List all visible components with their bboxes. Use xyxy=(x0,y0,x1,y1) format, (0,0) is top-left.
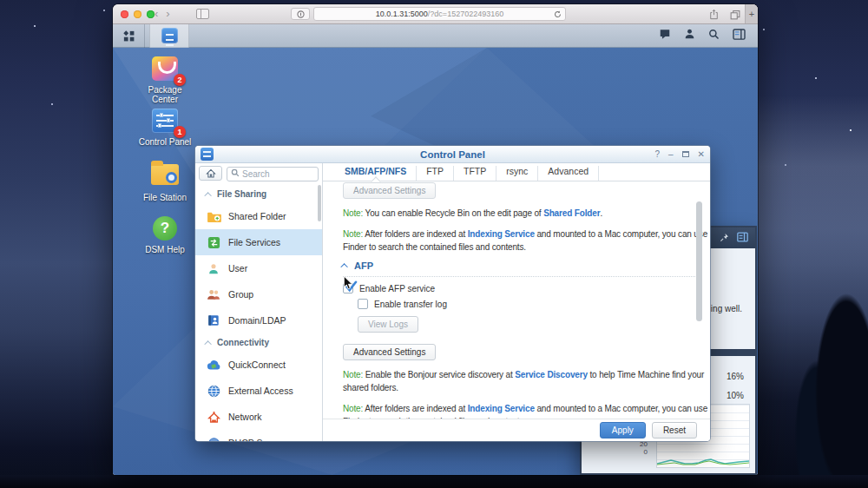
shared-folder-link[interactable]: Shared Folder xyxy=(543,208,600,218)
domain-ldap-icon xyxy=(206,313,221,327)
desktop-icon-package-center[interactable]: 2 Package Center xyxy=(128,56,201,104)
package-center-badge: 2 xyxy=(174,74,186,86)
transfer-log-checkbox[interactable] xyxy=(358,299,368,309)
reload-icon[interactable] xyxy=(554,10,562,21)
window-title: Control Panel xyxy=(195,149,710,160)
dsm-taskbar xyxy=(113,24,758,48)
desktop-icon-dsm-help[interactable]: ? DSM Help xyxy=(128,215,201,254)
tab-tftp[interactable]: TFTP xyxy=(454,166,496,181)
desktop-icon-label: Control Panel xyxy=(133,137,197,147)
notifications-icon[interactable] xyxy=(659,28,671,43)
apply-button[interactable]: Apply xyxy=(600,422,646,439)
sidebar-item-quickconnect[interactable]: QuickConnect xyxy=(195,352,322,378)
site-settings-button[interactable] xyxy=(291,8,310,20)
sidebar-scrollbar[interactable] xyxy=(318,185,321,221)
sidebar-item-dhcp-server[interactable]: DHCP Server xyxy=(195,430,322,441)
browser-forward-button[interactable]: › xyxy=(166,7,169,21)
sidebar-item-user[interactable]: User xyxy=(195,255,322,281)
content-scrollbar[interactable] xyxy=(696,201,702,321)
help-button[interactable]: ? xyxy=(654,149,660,159)
sidebar-item-external-access[interactable]: External Access xyxy=(195,378,322,404)
sidebar-item-group[interactable]: Group xyxy=(195,281,322,307)
group-icon xyxy=(206,287,221,301)
network-icon xyxy=(206,410,221,424)
zoom-window-button[interactable] xyxy=(147,10,155,18)
control-panel-window: Control Panel ? – ✕ xyxy=(195,146,710,441)
control-panel-icon xyxy=(161,28,178,43)
widgets-panel-icon[interactable] xyxy=(733,28,746,43)
sidebar-item-domain-ldap[interactable]: Domain/LDAP xyxy=(195,307,322,333)
reset-button[interactable]: Reset xyxy=(652,422,697,439)
main-menu-icon xyxy=(122,30,135,43)
desktop-icon-label: Package Center xyxy=(139,85,191,104)
file-services-icon xyxy=(206,235,221,249)
minimize-window-button[interactable] xyxy=(134,10,141,18)
close-button[interactable]: ✕ xyxy=(698,149,705,159)
control-panel-content: SMB/AFP/NFS FTP TFTP rsync Advanced Adva… xyxy=(323,163,710,441)
control-panel-sidebar: File Sharing Shared Folder xyxy=(195,163,323,441)
search-icon[interactable] xyxy=(708,28,720,43)
minimize-button[interactable]: – xyxy=(668,149,674,159)
wallpaper-ground xyxy=(0,475,868,488)
tab-advanced[interactable]: Advanced xyxy=(538,166,599,181)
search-input[interactable] xyxy=(227,167,319,181)
section-connectivity[interactable]: Connectivity xyxy=(195,333,322,352)
tab-ftp[interactable]: FTP xyxy=(417,166,454,181)
settings-scroll-area: Advanced Settings Note: You can enable R… xyxy=(323,181,710,419)
browser-back-button[interactable]: ‹ xyxy=(155,7,158,21)
chevron-up-icon xyxy=(204,192,211,199)
dhcp-server-icon xyxy=(206,436,221,441)
maximize-button[interactable] xyxy=(682,151,689,157)
home-icon xyxy=(206,168,216,178)
close-window-button[interactable] xyxy=(121,10,128,18)
help-icon: ? xyxy=(153,216,177,241)
collapse-panel-icon[interactable] xyxy=(737,230,748,246)
sidebar-item-file-services[interactable]: File Services xyxy=(195,229,322,255)
enable-afp-service-row: Enable AFP service xyxy=(343,283,710,293)
sidebar-toggle-icon[interactable] xyxy=(196,9,209,19)
service-discovery-link[interactable]: Service Discovery xyxy=(515,370,588,379)
desktop-icon-file-station[interactable]: File Station xyxy=(128,162,201,202)
file-station-icon xyxy=(151,164,179,185)
home-button[interactable] xyxy=(199,166,222,181)
enable-transfer-log-row: Enable transfer log xyxy=(358,299,710,309)
indexing-service-link[interactable]: Indexing Service xyxy=(468,229,535,239)
note-recycle-bin: Note: You can enable Recycle Bin on the … xyxy=(343,207,708,220)
taskbar-control-panel-button[interactable] xyxy=(149,24,189,48)
address-bar[interactable]: 10.0.1.31:5000/?dc=1527022493160 xyxy=(313,7,566,21)
footer-bar: Apply Reset xyxy=(323,419,710,441)
sidebar-item-network[interactable]: Network xyxy=(195,404,322,430)
tab-rsync[interactable]: rsync xyxy=(496,166,538,181)
indexing-service-link[interactable]: Indexing Service xyxy=(468,404,535,413)
browser-window: ‹ › 10.0.1.31:5000/?dc=1527022493160 xyxy=(113,4,758,475)
dsm-desktop: 2 Package Center 1 Control Panel File St… xyxy=(113,48,758,475)
macos-desktop: ‹ › 10.0.1.31:5000/?dc=1527022493160 xyxy=(0,0,868,488)
sidebar-search xyxy=(227,165,319,181)
pin-icon[interactable] xyxy=(720,230,729,246)
tab-overview-icon[interactable] xyxy=(730,8,740,23)
main-menu-button[interactable] xyxy=(113,24,145,48)
control-panel-titlebar[interactable]: Control Panel ? – ✕ xyxy=(195,146,710,163)
site-info-icon xyxy=(297,10,305,18)
desktop-icon-label: DSM Help xyxy=(133,245,197,254)
note-indexing: Note: After folders are indexed at Index… xyxy=(343,228,708,254)
ram-usage-value: 10% xyxy=(727,391,744,400)
sidebar-item-shared-folder[interactable]: Shared Folder xyxy=(195,203,322,229)
section-file-sharing[interactable]: File Sharing xyxy=(195,185,322,203)
advanced-settings-button[interactable]: Advanced Settings xyxy=(343,344,436,360)
desktop-icon-control-panel[interactable]: 1 Control Panel xyxy=(128,109,201,147)
url-path: /?dc=1527022493160 xyxy=(428,10,503,18)
tab-smb-afp-nfs[interactable]: SMB/AFP/NFS xyxy=(334,166,417,181)
view-logs-button[interactable]: View Logs xyxy=(358,316,418,333)
quickconnect-icon xyxy=(206,358,221,372)
advanced-settings-button-clipped[interactable]: Advanced Settings xyxy=(343,182,436,199)
share-icon[interactable] xyxy=(709,8,719,23)
user-account-icon[interactable] xyxy=(684,28,695,43)
external-access-icon xyxy=(206,384,221,398)
new-tab-button[interactable]: + xyxy=(745,4,758,23)
mouse-cursor xyxy=(343,275,353,294)
note-bonjour: Note: Enable the Bonjour service discove… xyxy=(343,368,708,394)
afp-section-header[interactable]: AFP xyxy=(343,260,700,277)
chevron-up-icon xyxy=(340,263,347,270)
cpu-usage-value: 16% xyxy=(727,372,744,381)
